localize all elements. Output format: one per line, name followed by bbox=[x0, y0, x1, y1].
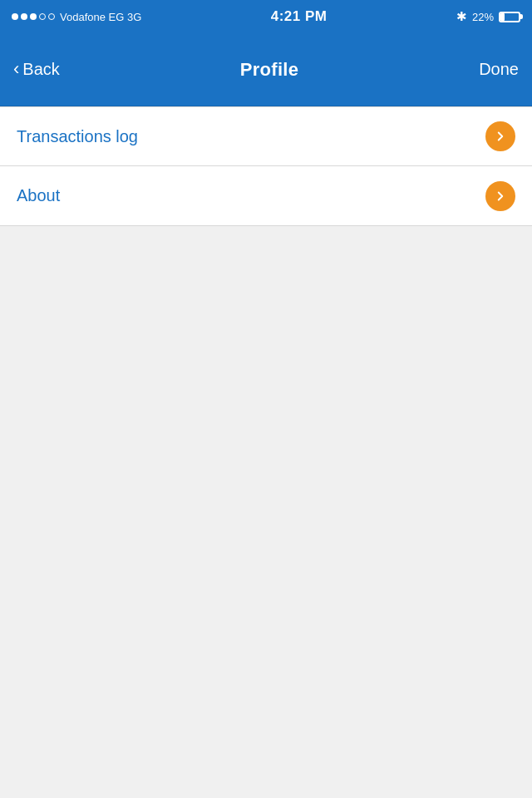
transactions-log-item[interactable]: Transactions log bbox=[0, 106, 532, 166]
status-left: Vodafone EG 3G bbox=[12, 11, 141, 23]
nav-bar: ‹ Back Profile Done bbox=[0, 33, 532, 106]
back-chevron-icon: ‹ bbox=[13, 58, 19, 80]
done-button[interactable]: Done bbox=[479, 60, 519, 79]
battery-percent: 22% bbox=[472, 11, 494, 23]
chevron-right-icon-2 bbox=[493, 189, 508, 204]
status-right: ✱ 22% bbox=[456, 9, 520, 24]
signal-dot-5 bbox=[48, 13, 55, 20]
battery-fill bbox=[500, 13, 505, 21]
back-label: Back bbox=[22, 60, 59, 79]
chevron-right-icon bbox=[493, 129, 508, 144]
about-label: About bbox=[17, 186, 60, 205]
signal-indicator bbox=[12, 13, 55, 20]
carrier-label: Vodafone EG 3G bbox=[60, 11, 141, 23]
signal-dot-3 bbox=[30, 13, 37, 20]
transactions-log-label: Transactions log bbox=[17, 127, 138, 146]
back-button[interactable]: ‹ Back bbox=[13, 59, 60, 80]
signal-dot-1 bbox=[12, 13, 18, 20]
content-area: Transactions log About bbox=[0, 106, 532, 226]
signal-dot-4 bbox=[39, 13, 46, 20]
transactions-log-arrow[interactable] bbox=[485, 121, 515, 151]
bluetooth-icon: ✱ bbox=[456, 9, 467, 24]
signal-dot-2 bbox=[21, 13, 27, 20]
status-time: 4:21 PM bbox=[271, 8, 328, 25]
page-title: Profile bbox=[240, 59, 299, 81]
about-item[interactable]: About bbox=[0, 166, 532, 226]
battery-icon bbox=[499, 12, 520, 22]
about-arrow[interactable] bbox=[485, 181, 515, 211]
list-section: Transactions log About bbox=[0, 106, 532, 226]
status-bar: Vodafone EG 3G 4:21 PM ✱ 22% bbox=[0, 0, 532, 33]
